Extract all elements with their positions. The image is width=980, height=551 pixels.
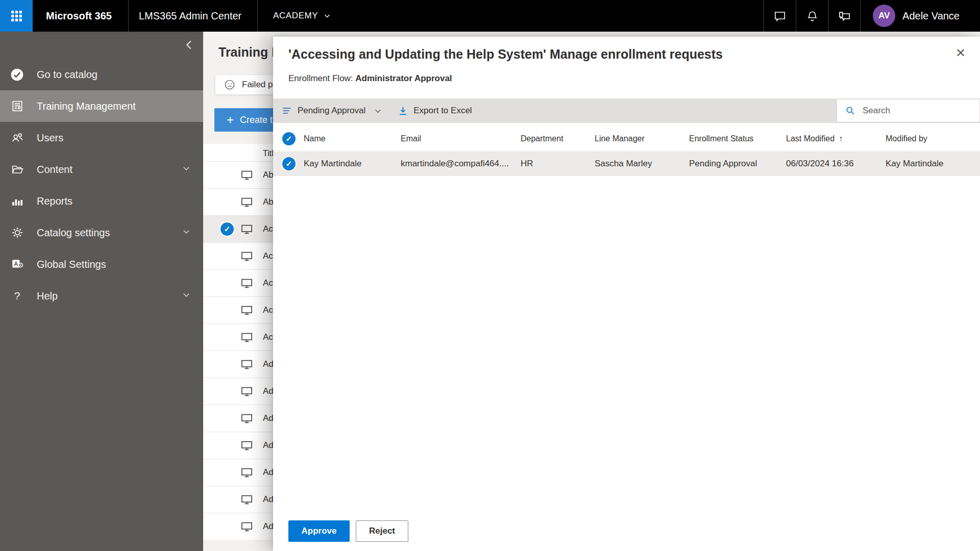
waffle-icon (10, 9, 23, 23)
topbar: Microsoft 365 LMS365 Admin Center ACADEM… (0, 0, 980, 32)
course-title: Ac (263, 224, 273, 234)
monitor-icon (240, 439, 254, 453)
search-box[interactable] (837, 99, 980, 122)
bar-chart-icon (10, 194, 24, 208)
column-header-email[interactable]: Email (396, 134, 516, 143)
tenant-switcher[interactable]: ACADEMY (258, 0, 331, 32)
sidebar-item-reports[interactable]: Reports (0, 185, 203, 217)
reject-button[interactable]: Reject (356, 520, 408, 542)
sidebar-item-go-to-catalog[interactable]: Go to catalog (0, 59, 203, 90)
course-title: Ad (263, 413, 274, 423)
chat-button[interactable] (764, 0, 796, 32)
enrollment-flow-label: Enrollment Flow: (288, 73, 353, 83)
column-header-department[interactable]: Department (516, 134, 590, 143)
monitor-icon (240, 412, 254, 425)
sidebar-item-training-management[interactable]: Training Management (0, 90, 203, 122)
avatar: AV (873, 5, 895, 27)
select-all-checkbox[interactable]: ✓ (282, 132, 296, 145)
download-icon (398, 106, 408, 116)
course-title: Ac (263, 278, 273, 288)
training-document-icon (10, 99, 24, 113)
sidebar-item-label: Catalog settings (37, 227, 110, 239)
question-mark-icon: ? (10, 289, 24, 303)
people-icon (10, 131, 24, 145)
manage-enrollment-requests-dialog: 'Accessing and Updating the Help System'… (273, 37, 980, 551)
cell-department: HR (516, 159, 590, 169)
sidebar-item-global-settings[interactable]: A Global Settings (0, 248, 203, 280)
sidebar-item-label: Go to catalog (37, 69, 97, 81)
course-title: Ad (263, 467, 274, 478)
monitor-icon (240, 466, 254, 480)
monitor-icon (240, 195, 254, 209)
sidebar-item-users[interactable]: Users (0, 122, 203, 154)
admin-app-icon: A (10, 258, 24, 271)
sidebar-item-label: Content (37, 164, 72, 176)
sidebar-item-help[interactable]: ? Help (0, 280, 203, 312)
course-title: Ad (263, 359, 274, 369)
sidebar-collapse-button[interactable] (183, 39, 195, 53)
folder-open-icon (10, 163, 24, 177)
column-header-title[interactable]: Titl (263, 149, 274, 158)
cell-name: Kay Martindale (299, 159, 396, 169)
monitor-icon (240, 358, 254, 371)
chevron-down-icon (374, 107, 382, 115)
close-button[interactable]: ✕ (955, 46, 966, 60)
app-name[interactable]: LMS365 Admin Center (129, 0, 258, 32)
svg-text:A: A (14, 261, 18, 267)
approve-button[interactable]: Approve (288, 520, 350, 542)
app-launcher-button[interactable] (0, 0, 33, 32)
export-to-excel-button[interactable]: Export to Excel (398, 106, 472, 116)
column-header-modified-by[interactable]: Modified by (880, 134, 980, 143)
dialog-title: 'Accessing and Updating the Help System'… (288, 47, 723, 62)
cell-line-manager: Sascha Marley (590, 159, 684, 169)
chevron-down-icon (182, 164, 191, 175)
gear-icon (10, 226, 24, 240)
command-bar: Pending Approval Export to Excel (273, 98, 980, 123)
course-title: Ad (263, 386, 274, 396)
chevron-down-icon (323, 12, 331, 20)
cell-email: kmartindale@compafi464.... (396, 159, 516, 169)
enrollment-request-row[interactable]: ✓ Kay Martindale kmartindale@compafi464.… (273, 152, 980, 176)
sidebar: Go to catalog Training Management Users … (0, 32, 203, 551)
product-name[interactable]: Microsoft 365 (33, 0, 129, 32)
notifications-button[interactable] (796, 0, 828, 32)
screen: Microsoft 365 LMS365 Admin Center ACADEM… (0, 0, 980, 551)
monitor-icon (240, 249, 254, 263)
sidebar-item-content[interactable]: Content (0, 154, 203, 185)
feedback-icon (838, 9, 851, 23)
monitor-icon (240, 304, 254, 317)
status-filter-dropdown[interactable]: Pending Approval (281, 105, 382, 116)
filter-icon (281, 105, 292, 116)
feedback-button[interactable] (828, 0, 860, 32)
course-title: Ab (263, 170, 274, 180)
enrollment-table-header: ✓ Name Email Department Line Manager Enr… (273, 127, 980, 151)
dialog-actions: Approve Reject (288, 520, 408, 542)
column-header-enrollment-status[interactable]: Enrollment Status (684, 134, 781, 143)
sidebar-item-catalog-settings[interactable]: Catalog settings (0, 217, 203, 248)
sidebar-menu: Go to catalog Training Management Users … (0, 59, 203, 312)
sidebar-item-label: Global Settings (37, 259, 106, 270)
column-header-name[interactable]: Name (299, 134, 396, 143)
sidebar-item-label: Reports (37, 195, 72, 207)
status-filter-value: Pending Approval (298, 106, 365, 116)
sidebar-item-label: Help (37, 290, 58, 302)
monitor-icon (240, 277, 254, 290)
topbar-spacer (331, 0, 764, 32)
course-title: Ad (263, 440, 274, 450)
column-header-line-manager[interactable]: Line Manager (590, 134, 684, 143)
row-checkbox[interactable]: ✓ (282, 157, 296, 170)
course-title: Ab (263, 197, 274, 207)
column-header-last-modified[interactable]: Last Modified↑ (781, 134, 880, 143)
user-name: Adele Vance (902, 10, 960, 22)
selected-check-icon[interactable]: ✓ (220, 222, 234, 236)
cell-enrollment-status: Pending Approval (684, 159, 781, 169)
export-label: Export to Excel (413, 106, 472, 116)
account-menu[interactable]: AV Adele Vance (860, 0, 980, 32)
plus-icon: + (227, 114, 234, 126)
course-title: Ad (263, 494, 274, 505)
search-input[interactable] (863, 106, 979, 116)
sad-face-icon (224, 79, 236, 91)
enrollment-flow: Enrollment Flow: Administrator Approval (288, 73, 452, 84)
chevron-down-icon (182, 227, 191, 238)
course-title: Ac (263, 251, 273, 261)
